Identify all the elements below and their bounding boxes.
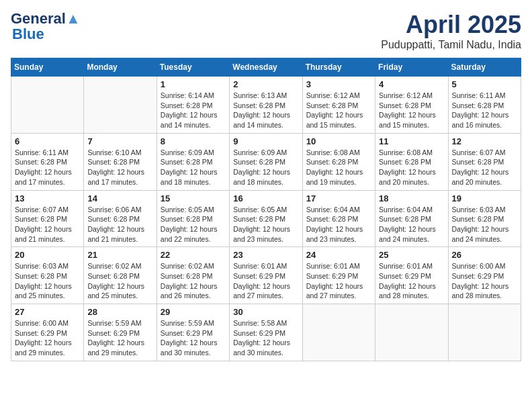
day-info: Sunrise: 5:58 AM Sunset: 6:29 PM Dayligh… (233, 318, 298, 358)
day-number: 28 (87, 307, 152, 317)
col-friday: Friday (375, 58, 448, 77)
table-row: 13Sunrise: 6:07 AM Sunset: 6:28 PM Dayli… (11, 190, 84, 247)
day-number: 5 (452, 79, 517, 89)
day-number: 20 (15, 250, 80, 260)
col-thursday: Thursday (302, 58, 375, 77)
table-row: 23Sunrise: 6:01 AM Sunset: 6:29 PM Dayli… (230, 247, 302, 304)
col-monday: Monday (84, 58, 157, 77)
day-info: Sunrise: 6:01 AM Sunset: 6:29 PM Dayligh… (379, 261, 444, 301)
logo-blue: Blue (12, 26, 44, 43)
table-row: 24Sunrise: 6:01 AM Sunset: 6:29 PM Dayli… (302, 247, 375, 304)
col-wednesday: Wednesday (230, 58, 302, 77)
table-row: 15Sunrise: 6:05 AM Sunset: 6:28 PM Dayli… (157, 190, 229, 247)
day-number: 27 (15, 307, 80, 317)
day-info: Sunrise: 6:07 AM Sunset: 6:28 PM Dayligh… (452, 148, 517, 187)
table-row: 21Sunrise: 6:02 AM Sunset: 6:28 PM Dayli… (84, 247, 157, 304)
calendar-week-row: 1Sunrise: 6:14 AM Sunset: 6:28 PM Daylig… (11, 77, 521, 134)
day-number: 18 (379, 193, 444, 203)
calendar-table: Sunday Monday Tuesday Wednesday Thursday… (11, 58, 521, 361)
day-info: Sunrise: 5:59 AM Sunset: 6:29 PM Dayligh… (87, 318, 152, 358)
table-row: 11Sunrise: 6:08 AM Sunset: 6:28 PM Dayli… (375, 133, 448, 190)
day-number: 30 (233, 307, 298, 317)
day-info: Sunrise: 6:05 AM Sunset: 6:28 PM Dayligh… (161, 205, 226, 244)
day-info: Sunrise: 6:11 AM Sunset: 6:28 PM Dayligh… (15, 148, 80, 187)
logo: General▲ Blue (11, 11, 81, 43)
day-info: Sunrise: 6:06 AM Sunset: 6:28 PM Dayligh… (87, 205, 152, 244)
table-row: 16Sunrise: 6:05 AM Sunset: 6:28 PM Dayli… (230, 190, 302, 247)
day-info: Sunrise: 6:08 AM Sunset: 6:28 PM Dayligh… (306, 148, 371, 187)
table-row: 8Sunrise: 6:09 AM Sunset: 6:28 PM Daylig… (157, 133, 229, 190)
day-info: Sunrise: 6:11 AM Sunset: 6:28 PM Dayligh… (452, 91, 517, 130)
day-info: Sunrise: 6:00 AM Sunset: 6:29 PM Dayligh… (452, 261, 517, 301)
table-row: 22Sunrise: 6:02 AM Sunset: 6:28 PM Dayli… (157, 247, 229, 304)
table-row: 30Sunrise: 5:58 AM Sunset: 6:29 PM Dayli… (230, 304, 302, 361)
logo-text: General▲ (11, 11, 81, 27)
table-row: 7Sunrise: 6:10 AM Sunset: 6:28 PM Daylig… (84, 133, 157, 190)
day-info: Sunrise: 6:09 AM Sunset: 6:28 PM Dayligh… (233, 148, 298, 187)
calendar-week-row: 13Sunrise: 6:07 AM Sunset: 6:28 PM Dayli… (11, 190, 521, 247)
day-info: Sunrise: 6:10 AM Sunset: 6:28 PM Dayligh… (87, 148, 152, 187)
calendar-title: April 2025 (381, 11, 521, 39)
table-row: 2Sunrise: 6:13 AM Sunset: 6:28 PM Daylig… (230, 77, 302, 134)
table-row (302, 304, 375, 361)
day-info: Sunrise: 6:04 AM Sunset: 6:28 PM Dayligh… (306, 205, 371, 244)
table-row: 19Sunrise: 6:03 AM Sunset: 6:28 PM Dayli… (448, 190, 521, 247)
table-row: 4Sunrise: 6:12 AM Sunset: 6:28 PM Daylig… (375, 77, 448, 134)
table-row: 27Sunrise: 6:00 AM Sunset: 6:29 PM Dayli… (11, 304, 84, 361)
table-row: 12Sunrise: 6:07 AM Sunset: 6:28 PM Dayli… (448, 133, 521, 190)
table-row: 5Sunrise: 6:11 AM Sunset: 6:28 PM Daylig… (448, 77, 521, 134)
table-row (84, 77, 157, 134)
day-number: 23 (233, 250, 298, 260)
calendar-header-row: Sunday Monday Tuesday Wednesday Thursday… (11, 58, 521, 77)
day-info: Sunrise: 6:01 AM Sunset: 6:29 PM Dayligh… (306, 261, 371, 301)
day-number: 3 (306, 79, 371, 89)
day-number: 19 (452, 193, 517, 203)
table-row: 14Sunrise: 6:06 AM Sunset: 6:28 PM Dayli… (84, 190, 157, 247)
day-number: 26 (452, 250, 517, 260)
day-number: 7 (87, 136, 152, 146)
table-row: 6Sunrise: 6:11 AM Sunset: 6:28 PM Daylig… (11, 133, 84, 190)
day-number: 9 (233, 136, 298, 146)
day-number: 10 (306, 136, 371, 146)
day-number: 21 (87, 250, 152, 260)
day-number: 12 (452, 136, 517, 146)
day-info: Sunrise: 6:02 AM Sunset: 6:28 PM Dayligh… (87, 261, 152, 301)
table-row: 26Sunrise: 6:00 AM Sunset: 6:29 PM Dayli… (448, 247, 521, 304)
day-info: Sunrise: 6:14 AM Sunset: 6:28 PM Dayligh… (161, 91, 226, 130)
day-info: Sunrise: 6:03 AM Sunset: 6:28 PM Dayligh… (452, 205, 517, 244)
day-number: 6 (15, 136, 80, 146)
table-row: 9Sunrise: 6:09 AM Sunset: 6:28 PM Daylig… (230, 133, 302, 190)
day-info: Sunrise: 6:09 AM Sunset: 6:28 PM Dayligh… (161, 148, 226, 187)
table-row: 3Sunrise: 6:12 AM Sunset: 6:28 PM Daylig… (302, 77, 375, 134)
day-info: Sunrise: 6:07 AM Sunset: 6:28 PM Dayligh… (15, 205, 80, 244)
day-info: Sunrise: 6:12 AM Sunset: 6:28 PM Dayligh… (306, 91, 371, 130)
day-info: Sunrise: 6:12 AM Sunset: 6:28 PM Dayligh… (379, 91, 444, 130)
table-row: 10Sunrise: 6:08 AM Sunset: 6:28 PM Dayli… (302, 133, 375, 190)
table-row: 1Sunrise: 6:14 AM Sunset: 6:28 PM Daylig… (157, 77, 229, 134)
table-row: 29Sunrise: 5:59 AM Sunset: 6:29 PM Dayli… (157, 304, 229, 361)
page-header: General▲ Blue April 2025 Puduppatti, Tam… (11, 11, 521, 51)
calendar-location: Puduppatti, Tamil Nadu, India (381, 39, 521, 51)
day-number: 8 (161, 136, 226, 146)
day-number: 13 (15, 193, 80, 203)
day-info: Sunrise: 6:01 AM Sunset: 6:29 PM Dayligh… (233, 261, 298, 301)
table-row (11, 77, 84, 134)
day-number: 25 (379, 250, 444, 260)
day-info: Sunrise: 5:59 AM Sunset: 6:29 PM Dayligh… (161, 318, 226, 358)
table-row: 18Sunrise: 6:04 AM Sunset: 6:28 PM Dayli… (375, 190, 448, 247)
day-info: Sunrise: 6:00 AM Sunset: 6:29 PM Dayligh… (15, 318, 80, 358)
table-row: 17Sunrise: 6:04 AM Sunset: 6:28 PM Dayli… (302, 190, 375, 247)
table-row (375, 304, 448, 361)
calendar-week-row: 27Sunrise: 6:00 AM Sunset: 6:29 PM Dayli… (11, 304, 521, 361)
col-saturday: Saturday (448, 58, 521, 77)
day-number: 11 (379, 136, 444, 146)
day-info: Sunrise: 6:03 AM Sunset: 6:28 PM Dayligh… (15, 261, 80, 301)
day-number: 1 (161, 79, 226, 89)
col-sunday: Sunday (11, 58, 84, 77)
day-info: Sunrise: 6:02 AM Sunset: 6:28 PM Dayligh… (161, 261, 226, 301)
title-block: April 2025 Puduppatti, Tamil Nadu, India (381, 11, 521, 51)
day-number: 22 (161, 250, 226, 260)
table-row (448, 304, 521, 361)
day-info: Sunrise: 6:05 AM Sunset: 6:28 PM Dayligh… (233, 205, 298, 244)
day-info: Sunrise: 6:08 AM Sunset: 6:28 PM Dayligh… (379, 148, 444, 187)
